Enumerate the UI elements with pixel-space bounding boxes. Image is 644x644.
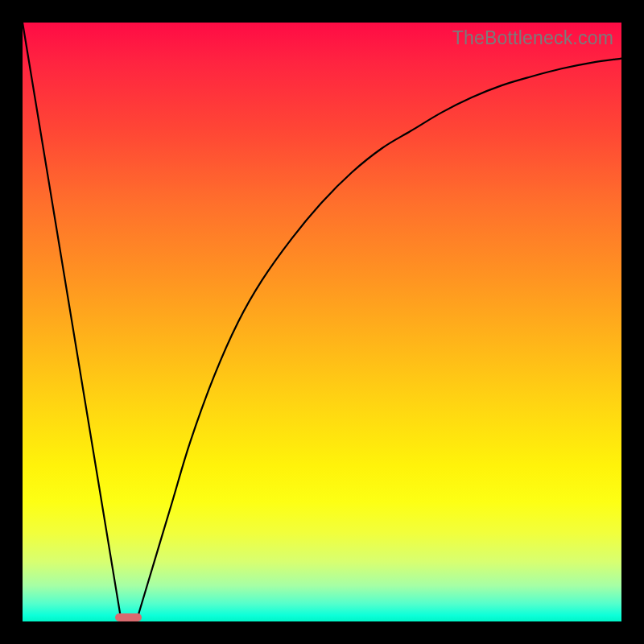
- chart-frame: TheBottleneck.com: [0, 0, 644, 644]
- curve-path: [23, 23, 621, 621]
- plot-area: TheBottleneck.com: [23, 23, 621, 621]
- optimum-marker: [115, 613, 142, 621]
- bottleneck-curve: [23, 23, 621, 621]
